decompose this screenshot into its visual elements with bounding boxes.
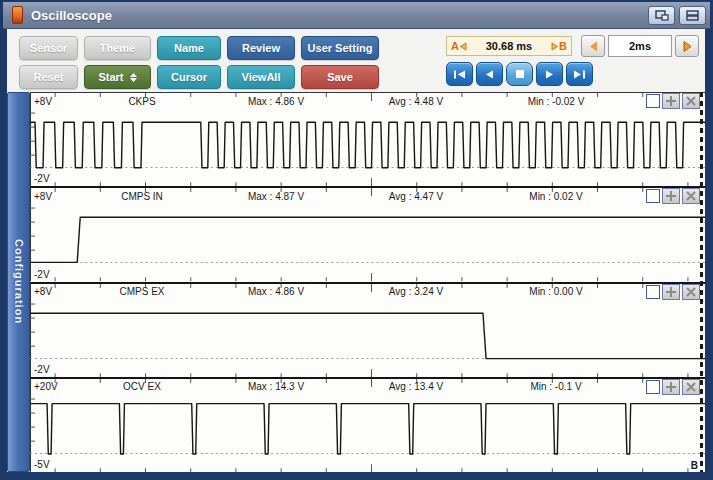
- toolbar-button-grid: Sensor Theme Name Review User Setting Re…: [19, 36, 379, 89]
- channel-min-stat: Min : -0.02 V: [486, 96, 626, 107]
- channel-name: OCV EX: [78, 381, 206, 392]
- window-title: Oscilloscope: [31, 8, 112, 23]
- playback-controls: [446, 62, 699, 86]
- channel-avg-stat: Avg : 4.47 V: [346, 191, 486, 202]
- orange-arrow-left-icon: [588, 40, 599, 53]
- close-icon: [686, 382, 696, 392]
- channel-avg-stat: Avg : 13.4 V: [346, 381, 486, 392]
- channel-close-button[interactable]: [682, 188, 700, 204]
- plus-icon: [666, 96, 676, 106]
- channel-min-stat: Min : 0.00 V: [486, 286, 626, 297]
- step-back-button[interactable]: [476, 62, 503, 86]
- toolbar-right-controls: A 30.68 ms B 2ms: [446, 35, 699, 86]
- close-icon: [686, 96, 696, 106]
- channel-controls: [626, 379, 705, 395]
- sensor-button[interactable]: Sensor: [19, 36, 78, 60]
- time-controls-row: A 30.68 ms B 2ms: [446, 35, 699, 57]
- channel-min-stat: Min : 0.02 V: [486, 191, 626, 202]
- skip-to-start-button[interactable]: [446, 62, 473, 86]
- channel-min-stat: Min : -0.1 V: [486, 381, 626, 392]
- channel-close-button[interactable]: [682, 93, 700, 109]
- toolbar-row-1: Sensor Theme Name Review User Setting: [19, 36, 379, 60]
- channel-name: CKPS: [78, 96, 206, 107]
- channel-zoom-button[interactable]: [662, 284, 680, 300]
- channel-avg-stat: Avg : 4.48 V: [346, 96, 486, 107]
- channel-panel-cmps-ex: +8V CMPS EX Max : 4.86 V Avg : 3.24 V Mi…: [30, 282, 705, 377]
- viewall-button[interactable]: ViewAll: [227, 65, 295, 89]
- oscilloscope-window: Oscilloscope Sensor Theme Name Review Us…: [0, 0, 713, 480]
- configuration-tab[interactable]: Configuration: [7, 92, 30, 472]
- channel-select-checkbox[interactable]: [646, 380, 660, 394]
- plus-icon: [666, 191, 676, 201]
- channel-max-stat: Max : 4.87 V: [206, 191, 346, 202]
- timebase-selector: 2ms: [581, 35, 699, 57]
- theme-button[interactable]: Theme: [84, 36, 151, 60]
- channel-panel-cmps-in: +8V CMPS IN Max : 4.87 V Avg : 4.47 V Mi…: [30, 186, 705, 281]
- channel-vmin-label: -2V: [34, 269, 50, 280]
- channel-zoom-button[interactable]: [662, 188, 680, 204]
- channel-vmin-label: -2V: [34, 173, 50, 184]
- channel-controls: [626, 188, 705, 204]
- cursor-b-label-toolbar: B: [559, 40, 567, 52]
- orange-arrow-right-icon: [682, 40, 693, 53]
- channel-vmax-label: +8V: [30, 191, 78, 202]
- triangle-left-icon: [459, 42, 467, 51]
- channel-select-checkbox[interactable]: [646, 285, 660, 299]
- forward-icon: [545, 70, 554, 79]
- channel-vmax-label: +8V: [30, 96, 78, 107]
- plus-icon: [666, 287, 676, 297]
- channel-max-stat: Max : 14.3 V: [206, 381, 346, 392]
- channel-vmax-label: +20V: [30, 381, 78, 392]
- timebase-value: 2ms: [608, 35, 672, 57]
- save-button[interactable]: Save: [301, 65, 379, 89]
- restore-window-button[interactable]: [648, 6, 675, 25]
- channel-select-checkbox[interactable]: [646, 94, 660, 108]
- channel-close-button[interactable]: [682, 379, 700, 395]
- channel-max-stat: Max : 4.86 V: [206, 96, 346, 107]
- plus-icon: [666, 382, 676, 392]
- timebase-decrease-button[interactable]: [581, 35, 605, 57]
- close-icon: [686, 191, 696, 201]
- skip-to-end-button[interactable]: [566, 62, 593, 86]
- toolbar: Sensor Theme Name Review User Setting Re…: [7, 29, 705, 93]
- channel-select-checkbox[interactable]: [646, 189, 660, 203]
- channel-vmin-label: -2V: [34, 364, 50, 375]
- channel-header: +8V CMPS EX Max : 4.86 V Avg : 3.24 V Mi…: [30, 285, 705, 299]
- back-icon: [485, 70, 494, 79]
- configuration-tab-label: Configuration: [13, 239, 25, 324]
- reset-button[interactable]: Reset: [19, 65, 78, 89]
- channel-header: +20V OCV EX Max : 14.3 V Avg : 13.4 V Mi…: [30, 380, 705, 394]
- channel-panel-ckps: +8V CKPS Max : 4.86 V Avg : 4.48 V Min :…: [30, 92, 705, 186]
- close-icon: [686, 287, 696, 297]
- channel-zoom-button[interactable]: [662, 93, 680, 109]
- skip-end-icon: [574, 70, 585, 79]
- step-forward-button[interactable]: [536, 62, 563, 86]
- channel-controls: [626, 93, 705, 109]
- user-setting-button[interactable]: User Setting: [301, 36, 379, 60]
- timebase-increase-button[interactable]: [675, 35, 699, 57]
- toolbar-row-2: Reset Start Cursor ViewAll Save: [19, 65, 379, 89]
- name-button[interactable]: Name: [157, 36, 221, 60]
- channel-max-stat: Max : 4.86 V: [206, 286, 346, 297]
- channel-stack: +8V CKPS Max : 4.86 V Avg : 4.48 V Min :…: [30, 92, 705, 472]
- channel-controls: [626, 284, 705, 300]
- channel-panel-ocv-ex: +20V OCV EX Max : 14.3 V Avg : 13.4 V Mi…: [30, 377, 705, 472]
- ab-time-value: 30.68 ms: [467, 40, 551, 52]
- channel-name: CMPS EX: [78, 286, 206, 297]
- stop-button[interactable]: [506, 62, 533, 86]
- channel-zoom-button[interactable]: [662, 379, 680, 395]
- minimize-window-button[interactable]: [679, 6, 706, 25]
- triangle-right-icon: [551, 42, 559, 51]
- cursor-button[interactable]: Cursor: [157, 65, 221, 89]
- review-button[interactable]: Review: [227, 36, 295, 60]
- cursor-a-label: A: [451, 40, 459, 52]
- start-button[interactable]: Start: [84, 65, 151, 89]
- cursor-b-line[interactable]: [700, 92, 703, 472]
- channel-name: CMPS IN: [78, 191, 206, 202]
- channel-avg-stat: Avg : 3.24 V: [346, 286, 486, 297]
- channel-vmax-label: +8V: [30, 286, 78, 297]
- channel-header: +8V CKPS Max : 4.86 V Avg : 4.48 V Min :…: [30, 94, 705, 108]
- spinner-arrows-icon: [130, 73, 137, 82]
- channel-close-button[interactable]: [682, 284, 700, 300]
- stop-icon: [516, 70, 524, 78]
